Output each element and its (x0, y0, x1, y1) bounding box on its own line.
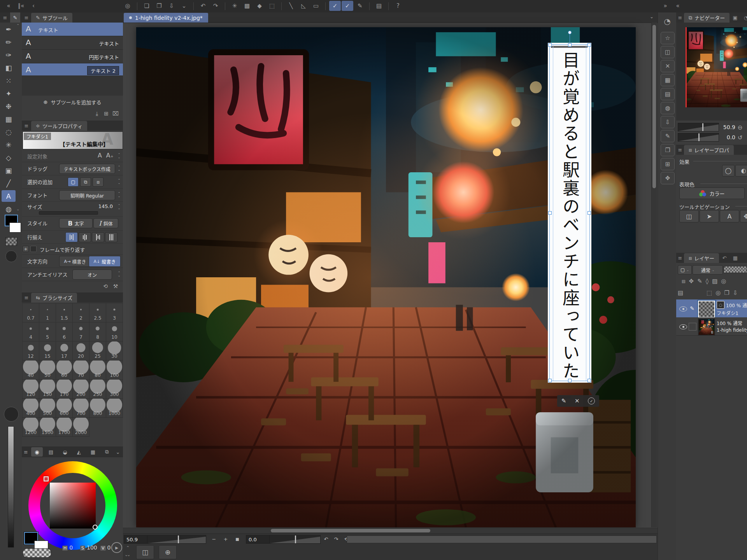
lock-transparent-icon[interactable]: ▨ (712, 278, 717, 285)
transparent-chip[interactable] (23, 548, 51, 558)
brush-size-cell[interactable]: 15 (39, 341, 56, 360)
subtool-item[interactable]: Aテキスト 2 (22, 63, 123, 77)
horizontal-text-button[interactable]: A→ 横書き (59, 256, 91, 267)
align-bottom-icon[interactable] (92, 232, 104, 242)
brush-size-cell[interactable]: 1 (39, 303, 56, 322)
color-mixing-tab-icon[interactable]: ◒ (59, 447, 71, 457)
style-italic-button[interactable]: I 斜体 (93, 218, 118, 228)
layer-thumbnail[interactable] (698, 301, 715, 318)
confirm-text-icon[interactable]: ✓ (588, 397, 595, 404)
handle-bottom-left[interactable] (548, 379, 552, 382)
brush-size-cell[interactable]: 800 (89, 398, 106, 418)
vertical-scrollbar[interactable] (651, 23, 657, 527)
timeline-strip[interactable] (347, 536, 657, 543)
text-tool-icon[interactable]: A (2, 190, 16, 202)
navigator-thumbnail[interactable] (686, 27, 747, 107)
layer-menu-icon[interactable]: ≡ (676, 253, 684, 263)
brush-size-menu-icon[interactable]: ≡ (22, 292, 31, 303)
history-tab-icon[interactable]: ⧉ (101, 447, 113, 457)
color-history-icon[interactable]: ▶ (111, 542, 122, 553)
layer-visibility-icon[interactable] (679, 306, 687, 312)
navigator-rotate-reset-icon[interactable]: ↺ (738, 134, 743, 141)
brush-size-cell[interactable]: 170 (56, 379, 73, 399)
frame-tool-icon[interactable]: ▣ (2, 164, 16, 176)
brush-size-cell[interactable]: 5 (39, 322, 56, 341)
import-subtool-icon[interactable]: ⤓ (93, 109, 101, 118)
brush-size-cell[interactable]: 3 (106, 303, 123, 322)
subtool-item[interactable]: Aテキスト (22, 36, 123, 50)
layer-check-slot[interactable] (689, 323, 696, 331)
list-settings-icon[interactable]: ▤ (678, 289, 683, 296)
new-layer-icon[interactable]: ⬚ (707, 289, 712, 296)
align-center-icon[interactable] (79, 232, 91, 242)
brush-size-cell[interactable]: 70 (72, 360, 89, 380)
brush-size-cell[interactable]: 2000 (72, 417, 89, 437)
brush-size-cell[interactable]: 2.5 (89, 303, 106, 322)
snap-to-special-ruler-icon[interactable]: ✓ (342, 1, 353, 11)
ruler-tool-icon[interactable]: ╱ (2, 177, 16, 189)
font-stepper[interactable]: ⌃⌄ (117, 190, 121, 200)
material-pattern-icon[interactable]: ▦ (661, 74, 675, 86)
brush-size-cell[interactable]: 400 (22, 398, 39, 418)
text-tool-nav-icon[interactable]: A (720, 210, 739, 222)
brush-size-cell[interactable]: 100 (106, 360, 123, 380)
extra-tool-nav-icon[interactable]: ✥ (740, 210, 747, 222)
tools-scroll-down-icon[interactable]: ⌄ (16, 207, 19, 211)
rotation-slider[interactable] (269, 535, 321, 544)
gradient-tab-icon[interactable]: ◭ (73, 447, 85, 457)
subtool-menu-icon[interactable]: ≡ (22, 12, 31, 23)
new-canvas-icon[interactable]: ❏ (141, 1, 153, 11)
subtool-item[interactable]: Aテキスト (22, 23, 123, 36)
add-subtool-button[interactable]: ⊕ サブツールを追加する (22, 96, 123, 108)
zoom-slider[interactable] (147, 535, 206, 544)
brush-size-cell[interactable]: 80 (89, 360, 106, 380)
cancel-text-icon[interactable]: ✕ (575, 397, 580, 404)
rect-select-icon[interactable]: ▭ (310, 1, 322, 11)
tab-layer[interactable]: ⧈ レイヤー (684, 253, 719, 263)
app-logo-icon[interactable]: ◎ (122, 1, 133, 11)
wand-tool-icon[interactable]: ✳ (2, 139, 16, 150)
expand-selection-icon[interactable]: ⬚ (266, 1, 278, 11)
antialias-dropdown[interactable]: オン (72, 270, 112, 280)
selection-new-icon[interactable]: ▢ (68, 177, 79, 187)
handle-bottom-mid[interactable] (568, 379, 572, 382)
edit-text-icon[interactable]: ✎ (561, 397, 566, 404)
brush-size-cell[interactable]: 12 (22, 341, 39, 360)
navigator-rotate-slider[interactable] (678, 133, 719, 142)
brush-tool-icon[interactable]: ✑ (2, 49, 16, 61)
brush-size-cell[interactable]: 1200 (22, 417, 39, 437)
collapse-chevron-icon[interactable]: ‹ (28, 1, 39, 11)
color-tabs-more-icon[interactable]: ⌄ (114, 447, 122, 457)
tab-subtool[interactable]: ✎ サブツール (31, 13, 72, 23)
snap-to-ruler-icon[interactable]: ✓ (329, 1, 341, 11)
font-dropdown[interactable]: 貂明朝 Regular (59, 190, 115, 200)
border-effect-icon[interactable]: ◯ (722, 165, 735, 177)
align-justify-icon[interactable] (105, 232, 117, 242)
tab-brush-size[interactable]: ⇆ ブラシサイズ (31, 293, 77, 303)
brush-size-cell[interactable]: 20 (72, 341, 89, 360)
brush-size-cell[interactable]: 1700 (56, 417, 73, 437)
selection-remove-icon[interactable]: ⧈ (93, 177, 103, 187)
eraser-tool-icon[interactable]: ◧ (2, 62, 16, 74)
selection-add-icon[interactable]: ⧉ (80, 177, 91, 187)
clear-icon[interactable]: ✳ (229, 1, 240, 11)
text-layer-strip[interactable]: 目が覚めると駅裏のベンチに座っていた (548, 43, 591, 383)
brush-size-cell[interactable]: 60 (56, 360, 73, 380)
invert-selection-icon[interactable]: ◆ (254, 1, 265, 11)
layer-row[interactable]: 100 % 通常1-high fidelity (676, 317, 747, 336)
layer-property-menu-icon[interactable]: ≡ (676, 145, 684, 155)
color-set-tab-icon[interactable]: ▤ (45, 447, 57, 457)
rotate-right-icon[interactable]: ↷ (331, 535, 341, 543)
horizontal-scrollbar[interactable] (123, 528, 658, 534)
brush-size-cell[interactable]: 8 (89, 322, 106, 341)
set-ref-layer-icon[interactable]: ◎ (721, 278, 726, 285)
zoom-out-icon[interactable]: − (209, 535, 219, 543)
brush-size-cell[interactable]: 600 (56, 398, 73, 418)
wrap-checkbox[interactable] (30, 246, 37, 252)
handle-top-right[interactable] (587, 43, 591, 47)
tools-scroll-up-icon[interactable]: ⌃ (16, 23, 19, 28)
save-more-icon[interactable]: ⌄ (178, 1, 190, 11)
straight-ruler-icon[interactable]: ╲ (285, 1, 297, 11)
material-card-icon[interactable]: ▤ (661, 88, 675, 100)
reset-settings-icon[interactable]: ⟲ (101, 282, 110, 290)
